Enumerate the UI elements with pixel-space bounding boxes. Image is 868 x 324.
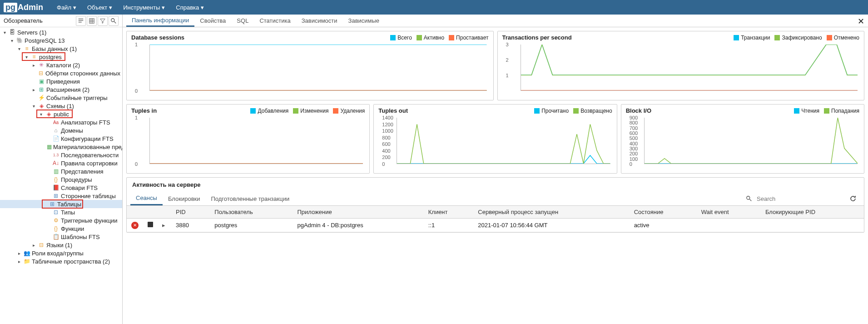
cancel-session-icon[interactable]: ✕ <box>131 222 139 229</box>
legend-label: Зафиксировано <box>782 35 822 41</box>
terminate-session-icon[interactable] <box>148 222 153 227</box>
tree-databases[interactable]: ▾≡Базы данных (1) <box>0 45 122 53</box>
legend: ВсегоАктивноПростаивает <box>390 35 488 41</box>
menu-help[interactable]: Справка▾ <box>171 1 208 14</box>
legend-label: Транзакции <box>741 35 770 41</box>
tab-dependents[interactable]: Зависимые <box>343 15 385 26</box>
legend-item[interactable]: Отменено <box>827 35 859 41</box>
tree-schema-public[interactable]: ▾◈public <box>38 110 71 118</box>
language-icon: ⊟ <box>38 241 45 249</box>
tree-login-roles[interactable]: ▸👥Роли входа/группы <box>0 249 122 257</box>
y-tick: 600 <box>630 130 638 136</box>
topbar: pgAdmin Файл▾ Объект▾ Инструменты▾ Справ… <box>0 0 868 15</box>
menu-file[interactable]: Файл▾ <box>52 1 81 14</box>
activity-tab-sessions[interactable]: Сеансы <box>130 192 163 205</box>
legend-item[interactable]: Чтения <box>794 108 819 114</box>
panel-title: Tuples in <box>131 107 157 114</box>
legend-item[interactable]: Транзакции <box>734 35 770 41</box>
tree-domains[interactable]: ⌂Домены <box>0 126 122 135</box>
tree-fts-templates[interactable]: 📋Шаблоны FTS <box>0 233 122 241</box>
tree-trigger-funcs[interactable]: ⚙Триггерные функции <box>0 216 122 224</box>
filter-button[interactable] <box>98 16 108 26</box>
expand-row-icon[interactable]: ▸ <box>162 222 165 229</box>
legend-item[interactable]: Возвращено <box>573 108 612 114</box>
highlight-tables: ⊞Таблицы <box>42 199 83 209</box>
chevron-down-icon: ▾ <box>162 4 165 11</box>
legend-swatch <box>250 108 256 114</box>
tree-schemas[interactable]: ▾◈Схемы (1) <box>0 102 122 110</box>
close-icon[interactable]: ✕ <box>858 16 864 26</box>
tree-fts-configs[interactable]: 📄Конфигурации FTS <box>0 135 122 143</box>
legend-item[interactable]: Попадания <box>824 108 859 114</box>
tree-functions[interactable]: {}Функции <box>0 224 122 233</box>
tree-fts-parsers[interactable]: AaАнализаторы FTS <box>0 118 122 126</box>
legend-item[interactable]: Изменения <box>293 108 328 114</box>
panel-title: Transactions per second <box>502 34 572 41</box>
tree-views[interactable]: ▥Представления <box>0 167 122 175</box>
fts-template-icon: 📋 <box>52 233 60 240</box>
legend-item[interactable]: Всего <box>390 35 412 41</box>
activity-tab-locks[interactable]: Блокировки <box>163 193 206 205</box>
activity-title: Активность на сервере <box>127 178 864 192</box>
tab-dashboard[interactable]: Панель информации <box>126 15 194 27</box>
legend-item[interactable]: Удаления <box>333 108 365 114</box>
legend-item[interactable]: Добавления <box>250 108 288 114</box>
tree-foreign-tables[interactable]: ⊞Сторонние таблицы <box>0 192 122 200</box>
tree-tablespaces[interactable]: ▸📁Табличные пространства (2) <box>0 257 122 265</box>
tree-languages[interactable]: ▸⊟Языки (1) <box>0 241 122 249</box>
schema-group-icon: ◈ <box>38 102 45 110</box>
function-icon: {} <box>52 225 60 232</box>
table-icon: ⊞ <box>49 200 56 208</box>
y-tick: 100 <box>630 156 638 162</box>
chevron-down-icon: ▾ <box>201 4 204 11</box>
cell-client: ::1 <box>424 219 474 232</box>
collation-icon: A↓ <box>52 160 60 167</box>
activity-search-input[interactable] <box>755 194 846 204</box>
tree-catalogs[interactable]: ▸✳Каталоги (2) <box>0 61 122 69</box>
tree-fts-dict[interactable]: 📕Словари FTS <box>0 184 122 192</box>
tab-statistics[interactable]: Статистика <box>254 15 296 26</box>
tree-collations[interactable]: A↓Правила сортировки <box>0 159 122 167</box>
menu-object[interactable]: Объект▾ <box>83 1 117 14</box>
sessions-table: PID Пользователь Приложение Клиент Серве… <box>127 206 864 232</box>
query-tool-button[interactable] <box>76 16 86 26</box>
chart-tuples-in: 01 <box>131 116 365 170</box>
legend-item[interactable]: Активно <box>417 35 444 41</box>
tree-casts[interactable]: ▣Приведения <box>0 77 122 85</box>
legend-label: Прочитано <box>541 108 569 114</box>
tree-server-pg13[interactable]: ▾🐘PostgreSQL 13 <box>0 36 122 45</box>
tree-db-postgres[interactable]: ▾≡postgres <box>24 53 64 61</box>
object-tree[interactable]: ▾🗄Servers (1) ▾🐘PostgreSQL 13 ▾≡Базы дан… <box>0 27 122 324</box>
legend-label: Активно <box>424 35 444 41</box>
tab-sql[interactable]: SQL <box>231 15 254 26</box>
legend-item[interactable]: Прочитано <box>534 108 569 114</box>
tree-extensions[interactable]: ▸⊞Расширения (2) <box>0 85 122 94</box>
tab-properties[interactable]: Свойства <box>194 15 231 26</box>
tree-foreign-wrappers[interactable]: ⊟Обёртки сторонних данных <box>0 69 122 77</box>
menu-tools[interactable]: Инструменты▾ <box>119 1 169 14</box>
tab-dependencies[interactable]: Зависимости <box>296 15 343 26</box>
legend-swatch <box>390 35 396 40</box>
search-icon <box>746 195 752 202</box>
tree-procedures[interactable]: {}Процедуры <box>0 175 122 184</box>
tree-mat-views[interactable]: ▦Материализованные предста <box>0 143 122 151</box>
legend-label: Отменено <box>834 35 859 41</box>
tree-servers[interactable]: ▾🗄Servers (1) <box>0 28 122 36</box>
search-button[interactable] <box>109 16 119 26</box>
svg-point-1 <box>111 18 114 21</box>
app-logo: pgAdmin <box>4 3 43 12</box>
tree-types[interactable]: ⊡Типы <box>0 208 122 216</box>
activity-tab-prepared[interactable]: Подготовленные транзакции <box>206 193 295 205</box>
tree-sequences[interactable]: 1.3Последовательности <box>0 151 122 159</box>
y-tick: 0 <box>135 88 138 94</box>
tree-event-triggers[interactable]: ⚡Событийные триггеры <box>0 94 122 102</box>
legend-swatch <box>534 108 540 114</box>
tree-tables[interactable]: ⊞Таблицы <box>0 200 122 208</box>
legend-item[interactable]: Простаивает <box>449 35 488 41</box>
servers-icon: 🗄 <box>9 29 16 36</box>
session-row[interactable]: ✕ ▸ 3880 postgres pgAdmin 4 - DB:postgre… <box>127 219 864 232</box>
refresh-icon[interactable] <box>849 195 857 202</box>
legend-item[interactable]: Зафиксировано <box>774 35 822 41</box>
legend-label: Добавления <box>258 108 288 114</box>
view-data-button[interactable] <box>87 16 97 26</box>
